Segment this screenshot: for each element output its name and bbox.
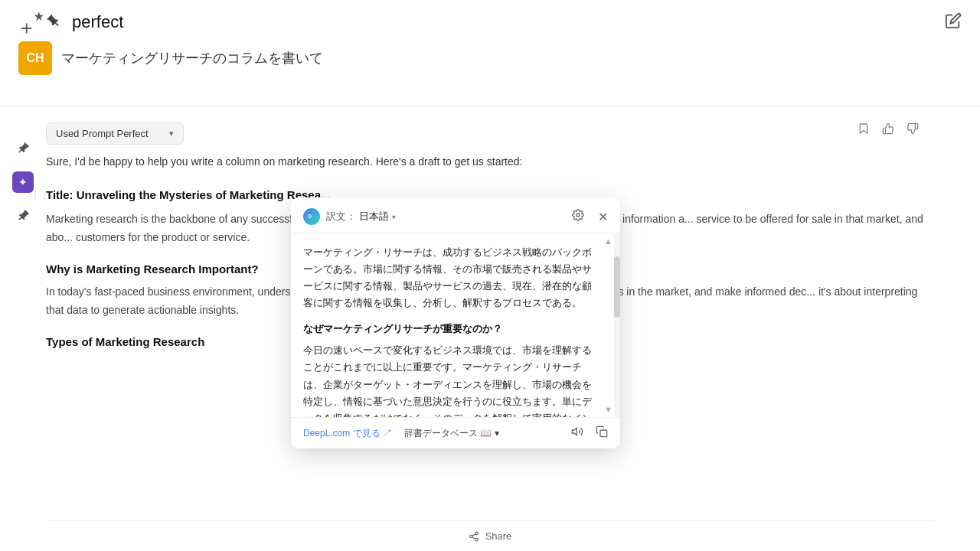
header-left: ✕ perfect CH マーケティングリサーチのコラムを書いて	[18, 12, 323, 75]
sidebar-icons: ✦	[12, 138, 34, 227]
share-bar: Share	[46, 520, 934, 551]
popup-header: D 訳文： 日本語 ▾ ✕	[291, 197, 620, 233]
popup-settings-icon[interactable]	[572, 209, 584, 224]
action-icons	[858, 122, 919, 138]
dropdown-bar: Used Prompt Perfect ▾	[46, 122, 980, 145]
popup-logo: D	[303, 208, 320, 225]
sidebar-pin-icon-2[interactable]	[12, 205, 34, 227]
intro-text: Sure, I'd be happy to help you write a c…	[46, 153, 934, 170]
svg-point-2	[475, 538, 478, 541]
scroll-down-button[interactable]: ▼	[604, 405, 612, 414]
top-bar: ✕ perfect CH マーケティングリサーチのコラムを書いて	[0, 0, 980, 107]
thumbs-up-icon[interactable]	[882, 122, 894, 138]
popup-paragraph-2: 今日の速いペースで変化するビジネス環境では、市場を理解することがこれまでに以上に…	[303, 342, 608, 417]
svg-point-1	[469, 535, 472, 538]
translation-popup: D 訳文： 日本語 ▾ ✕ ▲ マーケティング・リサーチは、成功するビジネス戦略…	[291, 197, 620, 448]
scroll-up-button[interactable]: ▲	[604, 236, 612, 246]
popup-copy-icon[interactable]	[596, 425, 608, 441]
edit-icon[interactable]	[945, 12, 962, 33]
popup-lang-arrow-icon: ▾	[392, 213, 396, 221]
prompt-dropdown[interactable]: Used Prompt Perfect ▾	[46, 122, 184, 145]
label-prefix: 訳文：	[326, 210, 356, 223]
dropdown-label: Used Prompt Perfect	[56, 128, 149, 139]
popup-lang-selector[interactable]: 訳文： 日本語 ▾	[326, 210, 396, 223]
sidebar-pin-icon[interactable]	[12, 138, 34, 159]
popup-content: ▲ マーケティング・リサーチは、成功するビジネス戦略のバックボーンである。市場に…	[291, 233, 620, 417]
popup-audio-icon[interactable]	[571, 425, 583, 441]
app-title: perfect	[72, 12, 123, 32]
sidebar-sparkle-icon[interactable]: ✦	[12, 171, 34, 193]
scrollbar-track	[614, 233, 620, 417]
bookmark-icon[interactable]	[858, 122, 870, 138]
svg-point-0	[475, 532, 478, 535]
share-button[interactable]: Share	[469, 530, 512, 542]
popup-paragraph-1: マーケティング・リサーチは、成功するビジネス戦略のバックボーンである。市場に関す…	[303, 244, 608, 311]
thumbs-down-icon[interactable]	[906, 122, 919, 138]
svg-line-3	[472, 536, 475, 538]
svg-marker-8	[572, 428, 577, 435]
popup-language: 日本語	[359, 210, 389, 223]
pin-icon-2	[43, 10, 67, 34]
deepl-link-text: DeepL.com で見る ↗	[303, 427, 392, 440]
svg-text:D: D	[308, 214, 312, 219]
popup-subtitle-1: なぜマーケティングリサーチが重要なのか？	[303, 322, 608, 336]
deepl-link[interactable]: DeepL.com で見る ↗	[303, 427, 392, 440]
popup-close-icon[interactable]: ✕	[598, 210, 608, 224]
svg-rect-9	[600, 430, 607, 437]
popup-footer: DeepL.com で見る ↗ 辞書データベース 📖 ▾	[291, 417, 620, 448]
popup-footer-icons	[571, 425, 608, 441]
subtitle-text: マーケティングリサーチのコラムを書いて	[61, 49, 323, 67]
app-title-row: ✕ perfect	[18, 12, 323, 32]
header-right	[945, 12, 962, 33]
dropdown-arrow-icon: ▾	[169, 129, 174, 139]
subtitle-row: CH マーケティングリサーチのコラムを書いて	[18, 41, 323, 75]
avatar: CH	[18, 41, 52, 75]
dict-link-text: 辞書データベース 📖 ▾	[404, 427, 499, 440]
svg-point-7	[577, 214, 580, 217]
scrollbar-thumb[interactable]	[614, 256, 620, 318]
svg-line-4	[472, 533, 475, 535]
dict-link[interactable]: 辞書データベース 📖 ▾	[404, 427, 499, 440]
share-label: Share	[485, 530, 512, 542]
